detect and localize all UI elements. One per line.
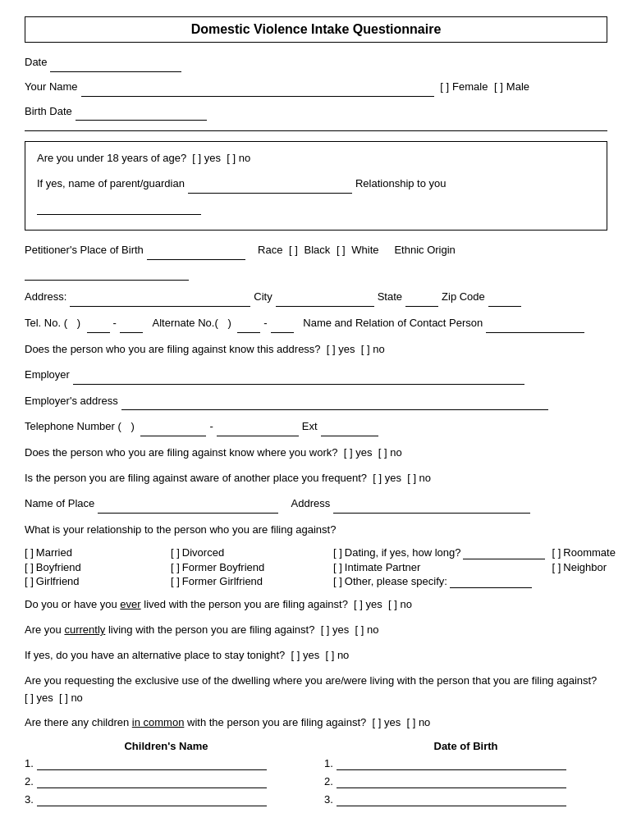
under18-no: no <box>239 152 250 164</box>
currently-rest: living with the person you are filing ag… <box>108 623 314 636</box>
your-name-label: Your Name <box>25 79 78 96</box>
ever-lived-rest: lived with the person you are filing aga… <box>144 598 348 610</box>
children-headers: Children's Name Date of Birth <box>25 740 607 752</box>
pob-row: Petitioner's Place of Birth Race [ ] Bla… <box>25 242 607 281</box>
address-label2: Address <box>291 495 331 513</box>
employer-label: Employer <box>25 367 70 384</box>
know-address-no: no <box>373 343 384 355</box>
former-girlfriend-label: Former Girlfriend <box>182 575 263 587</box>
child-3-name: 3. <box>25 793 308 806</box>
bracket-male-open: [ ] <box>491 79 502 96</box>
tel-label: Tel. No. ( <box>25 315 67 332</box>
employer-address-label: Employer's address <box>25 393 118 410</box>
relationship-question: What is your relationship to the person … <box>25 522 607 539</box>
birth-date-row: Birth Date <box>25 103 607 121</box>
children-grid: 1. 1. 2. 2. 3. 3. <box>25 757 607 806</box>
place-row: Name of Place Address <box>25 495 607 514</box>
children-rest: with the person you are filing against? <box>187 716 366 728</box>
in-common-underline: in common <box>132 716 185 728</box>
relationship-section: What is your relationship to the person … <box>25 522 607 589</box>
pob-label: Petitioner's Place of Birth <box>25 242 144 259</box>
dob-header: Date of Birth <box>324 740 607 752</box>
girlfriend-item: [ ] Girlfriend <box>25 575 164 588</box>
know-work-row: Does the person who you are filing again… <box>25 445 607 462</box>
children-name-header: Children's Name <box>25 740 308 752</box>
married-label: Married <box>36 546 72 559</box>
under18-row: Are you under 18 years of age? [ ] yes [… <box>37 150 595 167</box>
city-label: City <box>254 289 272 306</box>
former-boyfriend-label: Former Boyfriend <box>182 561 264 573</box>
male-label: Male <box>506 79 529 96</box>
name-of-place-label: Name of Place <box>25 495 94 513</box>
dating-item: [ ] Dating, if yes, how long? <box>333 546 545 559</box>
place-address-field <box>333 495 530 514</box>
boyfriend-item: [ ] Boyfriend <box>25 561 164 573</box>
black-label: Black <box>304 242 330 259</box>
child-1-dob: 1. <box>324 757 607 770</box>
children-pre: Are there any children <box>25 716 129 728</box>
other-item: [ ] Other, please specify: <box>333 575 545 588</box>
neighbor-label: Neighbor <box>563 561 607 573</box>
ever-lived-pre: Do you or have you <box>25 598 117 610</box>
ethnic-origin-label: Ethnic Origin <box>394 242 455 259</box>
zip-field <box>488 289 521 307</box>
child-2-dob: 2. <box>324 775 607 788</box>
dating-label: Dating, if yes, how long? <box>345 546 461 559</box>
date-field <box>50 54 181 72</box>
employer-field <box>73 367 524 385</box>
know-address-row: Does the person who you are filing again… <box>25 341 607 358</box>
divorced-item: [ ] Divorced <box>171 546 327 559</box>
divorced-label: Divorced <box>182 546 224 559</box>
currently-living-row: Are you currently living with the person… <box>25 622 607 639</box>
relationship-label: Relationship to you <box>355 176 447 193</box>
parent-field <box>188 176 352 194</box>
boyfriend-label: Boyfriend <box>36 561 81 573</box>
ext-label: Ext <box>302 418 318 436</box>
tel-row: Tel. No. ( ) - Alternate No.( ) - Name a… <box>25 315 607 333</box>
child-2-name: 2. <box>25 775 308 788</box>
intimate-label: Intimate Partner <box>345 561 421 573</box>
know-address-q: Does the person who you are filing again… <box>25 343 321 355</box>
telephone-label: Telephone Number ( <box>25 418 121 436</box>
roommate-label: Roommate <box>563 546 616 559</box>
rel-q: What is your relationship to the person … <box>25 523 336 536</box>
aware-place-row: Is the person you are filing against awa… <box>25 470 607 487</box>
currently-underline: currently <box>64 623 105 636</box>
name-row: Your Name [ ] Female [ ] Male <box>25 79 607 97</box>
zip-label: Zip Code <box>442 289 485 306</box>
roommate-item: [ ] Roommate <box>552 546 632 559</box>
date-label: Date <box>25 54 47 71</box>
city-field <box>276 289 374 307</box>
address-label: Address: <box>25 289 66 306</box>
currently-pre: Are you <box>25 623 62 636</box>
girlfriend-label: Girlfriend <box>36 575 80 587</box>
name-of-place-field <box>98 495 278 514</box>
birth-date-field <box>76 103 207 121</box>
address-field <box>70 289 250 307</box>
employer-row: Employer <box>25 367 607 385</box>
relationship-grid: [ ] Married [ ] Divorced [ ] Dating, if … <box>25 546 607 588</box>
former-girlfriend-item: [ ] Former Girlfriend <box>171 575 327 588</box>
name-relation-label: Name and Relation of Contact Person <box>303 315 483 332</box>
under18-yes: yes <box>204 152 221 164</box>
former-boyfriend-item: [ ] Former Boyfriend <box>171 561 327 573</box>
under18-section: Are you under 18 years of age? [ ] yes [… <box>25 141 607 230</box>
birth-date-label: Birth Date <box>25 103 72 121</box>
intimate-item: [ ] Intimate Partner <box>333 561 545 573</box>
child-3-dob: 3. <box>324 793 607 806</box>
know-work-q: Does the person who you are filing again… <box>25 446 338 459</box>
title-box: Domestic Violence Intake Questionnaire <box>25 16 607 43</box>
ever-lived-row: Do you or have you ever lived with the p… <box>25 596 607 614</box>
exclusive-q: Are you requesting the exclusive use of … <box>25 674 597 687</box>
bracket-female-open: [ ] <box>437 79 449 96</box>
female-label: Female <box>452 79 488 96</box>
ever-lived-underline: ever <box>120 598 140 610</box>
neighbor-item: [ ] Neighbor <box>552 561 632 573</box>
parent-label: If yes, name of parent/guardian <box>37 176 185 193</box>
employer-address-field <box>121 393 548 411</box>
other-label: Other, please specify: <box>345 575 447 587</box>
relationship-field <box>37 197 201 215</box>
employer-address-row: Employer's address <box>25 393 607 411</box>
children-row: Are there any children in common with th… <box>25 714 607 732</box>
white-label: White <box>351 242 378 259</box>
